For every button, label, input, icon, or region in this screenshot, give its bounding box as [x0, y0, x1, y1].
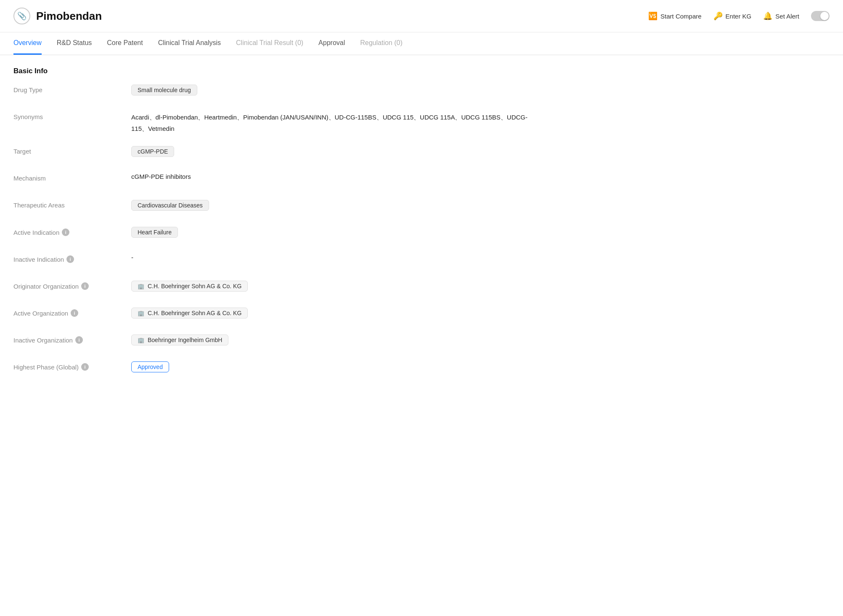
compare-label: Start Compare	[660, 13, 702, 20]
therapeutic-areas-tag: Cardiovascular Diseases	[131, 200, 209, 211]
start-compare-button[interactable]: 🆚 Start Compare	[648, 11, 702, 21]
active-org-row: Active Organization i 🏢 C.H. Boehringer …	[13, 308, 533, 323]
target-row: Target cGMP-PDE	[13, 146, 533, 161]
drug-type-tag: Small molecule drug	[131, 85, 197, 96]
tab-overview[interactable]: Overview	[13, 32, 42, 55]
highest-phase-row: Highest Phase (Global) i Approved	[13, 361, 533, 377]
originator-org-tag: 🏢 C.H. Boehringer Sohn AG & Co. KG	[131, 281, 248, 292]
tab-core-patent[interactable]: Core Patent	[107, 32, 143, 55]
highest-phase-value: Approved	[131, 361, 169, 372]
originator-org-info-icon[interactable]: i	[81, 282, 89, 290]
active-org-building-icon: 🏢	[138, 310, 144, 316]
compare-icon: 🆚	[648, 11, 657, 21]
page-header: 📎 Pimobendan 🆚 Start Compare 🔑 Enter KG …	[0, 0, 843, 32]
kg-icon: 🔑	[713, 11, 723, 21]
tab-clinical-trial-analysis[interactable]: Clinical Trial Analysis	[158, 32, 221, 55]
therapeutic-areas-value: Cardiovascular Diseases	[131, 200, 209, 211]
tab-approval[interactable]: Approval	[318, 32, 345, 55]
target-tag: cGMP-PDE	[131, 146, 174, 157]
mechanism-label: Mechanism	[13, 173, 131, 182]
originator-org-building-icon: 🏢	[138, 283, 144, 289]
set-alert-button[interactable]: 🔔 Set Alert	[763, 11, 799, 21]
inactive-org-value: 🏢 Boehringer Ingelheim GmbH	[131, 335, 228, 345]
inactive-org-tag: 🏢 Boehringer Ingelheim GmbH	[131, 335, 228, 345]
alert-icon: 🔔	[763, 11, 772, 21]
active-indication-info-icon[interactable]: i	[62, 228, 69, 236]
enter-kg-button[interactable]: 🔑 Enter KG	[713, 11, 752, 21]
alert-toggle[interactable]	[811, 11, 830, 21]
drug-logo-icon: 📎	[13, 8, 30, 24]
target-label: Target	[13, 146, 131, 155]
nav-tabs: Overview R&D Status Core Patent Clinical…	[0, 32, 843, 55]
mechanism-value: cGMP-PDE inhibitors	[131, 173, 191, 180]
inactive-org-row: Inactive Organization i 🏢 Boehringer Ing…	[13, 335, 533, 350]
synonyms-label: Synonyms	[13, 112, 131, 120]
drug-type-value: Small molecule drug	[131, 85, 197, 96]
header-actions: 🆚 Start Compare 🔑 Enter KG 🔔 Set Alert	[648, 11, 830, 21]
tab-rd-status[interactable]: R&D Status	[57, 32, 92, 55]
synonyms-value: Acardi、dl-Pimobendan、Heartmedin、Pimobend…	[131, 112, 533, 134]
active-org-value: 🏢 C.H. Boehringer Sohn AG & Co. KG	[131, 308, 248, 319]
tab-regulation: Regulation (0)	[360, 32, 403, 55]
therapeutic-areas-row: Therapeutic Areas Cardiovascular Disease…	[13, 200, 533, 215]
synonyms-row: Synonyms Acardi、dl-Pimobendan、Heartmedin…	[13, 112, 533, 134]
tab-clinical-trial-result: Clinical Trial Result (0)	[236, 32, 303, 55]
active-indication-tag: Heart Failure	[131, 227, 178, 238]
highest-phase-approved-tag: Approved	[131, 361, 169, 372]
kg-label: Enter KG	[726, 13, 752, 20]
inactive-indication-value: -	[131, 254, 133, 261]
mechanism-row: Mechanism cGMP-PDE inhibitors	[13, 173, 533, 188]
drug-type-label: Drug Type	[13, 85, 131, 93]
highest-phase-label: Highest Phase (Global) i	[13, 361, 131, 371]
inactive-indication-label: Inactive Indication i	[13, 254, 131, 263]
active-indication-value: Heart Failure	[131, 227, 178, 238]
inactive-indication-row: Inactive Indication i -	[13, 254, 533, 269]
drug-type-row: Drug Type Small molecule drug	[13, 85, 533, 100]
highest-phase-info-icon[interactable]: i	[81, 363, 89, 371]
active-org-label: Active Organization i	[13, 308, 131, 317]
active-indication-label: Active Indication i	[13, 227, 131, 236]
inactive-org-label: Inactive Organization i	[13, 335, 131, 344]
originator-org-label: Originator Organization i	[13, 281, 131, 290]
active-indication-row: Active Indication i Heart Failure	[13, 227, 533, 242]
active-org-tag: 🏢 C.H. Boehringer Sohn AG & Co. KG	[131, 308, 248, 319]
alert-label: Set Alert	[775, 13, 799, 20]
originator-org-value: 🏢 C.H. Boehringer Sohn AG & Co. KG	[131, 281, 248, 292]
inactive-org-building-icon: 🏢	[138, 337, 144, 343]
target-value: cGMP-PDE	[131, 146, 174, 157]
active-org-info-icon[interactable]: i	[71, 309, 78, 317]
inactive-org-info-icon[interactable]: i	[75, 336, 83, 344]
basic-info-title: Basic Info	[13, 67, 533, 75]
therapeutic-areas-label: Therapeutic Areas	[13, 200, 131, 209]
main-content: Basic Info Drug Type Small molecule drug…	[0, 55, 547, 400]
inactive-indication-info-icon[interactable]: i	[66, 255, 74, 263]
drug-title: Pimobendan	[36, 10, 648, 23]
originator-org-row: Originator Organization i 🏢 C.H. Boehrin…	[13, 281, 533, 296]
